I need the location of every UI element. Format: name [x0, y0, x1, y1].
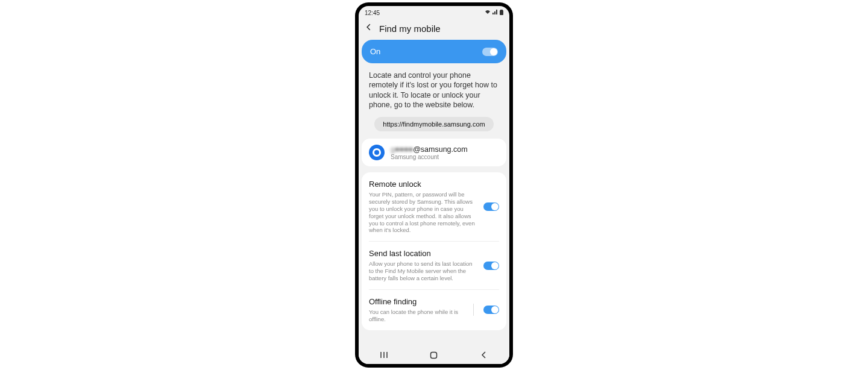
android-nav-bar — [359, 346, 509, 364]
master-toggle-switch[interactable] — [482, 48, 498, 56]
offline-finding-switch[interactable] — [483, 306, 499, 314]
vertical-divider — [473, 304, 474, 316]
account-email-redacted: g■■■■ — [391, 145, 413, 154]
content-scroll: On Locate and control your phone remotel… — [359, 40, 509, 346]
account-email: g■■■■@samsung.com — [391, 145, 468, 154]
page-title: Find my mobile — [379, 24, 441, 34]
status-icons — [485, 10, 503, 16]
setting-offline-finding[interactable]: Offline finding You can locate the phone… — [369, 289, 499, 330]
setting-send-last-location[interactable]: Send last location Allow your phone to s… — [369, 241, 499, 289]
description-text: Locate and control your phone remotely i… — [362, 71, 506, 117]
battery-icon — [500, 10, 503, 16]
svg-rect-5 — [431, 352, 437, 358]
setting-desc: You can locate the phone while it is off… — [369, 309, 467, 323]
clock: 12:45 — [365, 10, 380, 16]
setting-title: Remote unlock — [369, 180, 477, 189]
account-subtitle: Samsung account — [391, 154, 468, 160]
setting-remote-unlock[interactable]: Remote unlock Your PIN, pattern, or pass… — [369, 172, 499, 241]
url-chip[interactable]: https://findmymobile.samsung.com — [374, 117, 493, 131]
settings-card: Remote unlock Your PIN, pattern, or pass… — [362, 172, 506, 330]
master-toggle-label: On — [370, 47, 380, 56]
account-email-domain: @samsung.com — [413, 145, 468, 154]
page-header: Find my mobile — [359, 19, 509, 40]
send-last-location-switch[interactable] — [483, 262, 499, 270]
recents-button[interactable] — [379, 350, 389, 360]
signal-icon — [492, 10, 498, 16]
account-row[interactable]: g■■■■@samsung.com Samsung account — [362, 139, 506, 166]
status-bar: 12:45 — [359, 6, 509, 19]
master-toggle-row[interactable]: On — [362, 40, 506, 63]
setting-desc: Allow your phone to send its last locati… — [369, 260, 477, 282]
account-avatar-icon — [369, 145, 385, 160]
back-icon[interactable] — [365, 23, 373, 34]
wifi-icon — [485, 10, 491, 16]
screen: 12:45 Find my mobile On — [359, 6, 509, 364]
svg-rect-1 — [500, 10, 503, 15]
home-button[interactable] — [429, 350, 439, 360]
setting-desc: Your PIN, pattern, or password will be s… — [369, 191, 477, 234]
remote-unlock-switch[interactable] — [483, 202, 499, 211]
back-button[interactable] — [479, 350, 489, 360]
svg-rect-0 — [500, 10, 503, 10]
account-text: g■■■■@samsung.com Samsung account — [391, 145, 468, 160]
setting-title: Send last location — [369, 249, 477, 258]
phone-frame: 12:45 Find my mobile On — [355, 2, 513, 368]
setting-title: Offline finding — [369, 297, 467, 306]
